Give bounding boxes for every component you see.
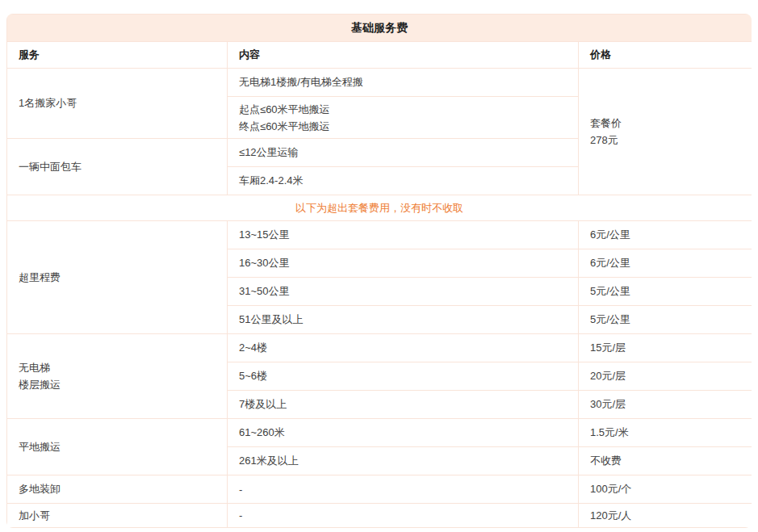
content-cell: 车厢2.4-2.4米	[228, 167, 579, 195]
table-row: 加小哥 - 120元/人	[7, 504, 752, 528]
service-cell: 一辆中面包车	[7, 139, 228, 195]
content-cell: 5~6楼	[228, 362, 579, 391]
table-row: 平地搬运 61~260米 1.5元/米	[7, 419, 752, 447]
service-cell: 超里程费	[7, 221, 228, 334]
content-cell: -	[228, 504, 579, 528]
content-cell: 2~4楼	[228, 334, 579, 362]
content-cell: 51公里及以上	[228, 306, 579, 334]
notice-text: 以下为超出套餐费用，没有时不收取	[7, 195, 752, 221]
content-cell: -	[228, 475, 579, 504]
price-cell: 15元/层	[579, 334, 752, 362]
content-cell: 61~260米	[228, 419, 579, 447]
service-cell: 多地装卸	[7, 475, 228, 504]
table-row: 多地装卸 - 100元/个	[7, 475, 752, 504]
table-row: 无电梯 楼层搬运 2~4楼 15元/层	[7, 334, 752, 362]
table-row: 超里程费 13~15公里 6元/公里	[7, 221, 752, 249]
price-cell: 6元/公里	[579, 221, 752, 249]
table-title-row: 基础服务费	[7, 15, 752, 42]
service-cell: 无电梯 楼层搬运	[7, 334, 228, 419]
content-cell: ≤12公里运输	[228, 139, 579, 167]
notice-row: 以下为超出套餐费用，没有时不收取	[7, 195, 752, 221]
price-cell: 100元/个	[579, 475, 752, 504]
price-cell: 30元/层	[579, 391, 752, 419]
price-cell: 5元/公里	[579, 306, 752, 334]
price-cell: 1.5元/米	[579, 419, 752, 447]
table-title: 基础服务费	[7, 15, 752, 42]
package-price-cell: 套餐价 278元	[579, 69, 752, 195]
service-cell: 加小哥	[7, 504, 228, 528]
content-cell: 261米及以上	[228, 447, 579, 475]
pricing-table: 基础服务费 服务 内容 价格 1名搬家小哥 无电梯1楼搬/有电梯全程搬 套餐价 …	[6, 14, 752, 528]
column-header-service: 服务	[7, 42, 228, 69]
price-cell: 6元/公里	[579, 249, 752, 278]
column-header-price: 价格	[579, 42, 752, 69]
table-row: 1名搬家小哥 无电梯1楼搬/有电梯全程搬 套餐价 278元	[7, 69, 752, 97]
price-cell: 5元/公里	[579, 278, 752, 306]
column-header-content: 内容	[228, 42, 579, 69]
service-cell: 平地搬运	[7, 419, 228, 475]
pricing-table-wrapper: 基础服务费 服务 内容 价格 1名搬家小哥 无电梯1楼搬/有电梯全程搬 套餐价 …	[6, 14, 752, 528]
price-cell: 120元/人	[579, 504, 752, 528]
content-cell: 31~50公里	[228, 278, 579, 306]
price-cell: 20元/层	[579, 362, 752, 391]
content-cell: 7楼及以上	[228, 391, 579, 419]
table-header-row: 服务 内容 价格	[7, 42, 752, 69]
content-cell: 16~30公里	[228, 249, 579, 278]
content-cell: 13~15公里	[228, 221, 579, 249]
service-cell: 1名搬家小哥	[7, 69, 228, 139]
content-cell: 起点≤60米平地搬运 终点≤60米平地搬运	[228, 97, 579, 139]
content-cell: 无电梯1楼搬/有电梯全程搬	[228, 69, 579, 97]
price-cell: 不收费	[579, 447, 752, 475]
